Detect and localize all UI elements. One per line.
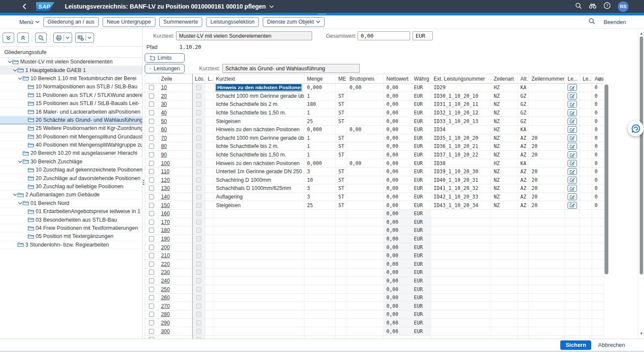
zeile-link[interactable]: 250	[161, 286, 170, 292]
row-select-checkbox[interactable]	[149, 245, 154, 250]
row-select-checkbox[interactable]	[149, 127, 154, 132]
zeile-link[interactable]: 50	[161, 118, 167, 124]
kurztext-gruppe-input[interactable]: Schächte als Grund- und Wahlausführung	[222, 64, 360, 73]
scroll-down-icon[interactable]: ▼	[638, 331, 644, 336]
column-header[interactable]: L...	[205, 74, 213, 83]
tree-item[interactable]: 20 Bereich 10.20 mit ausgelassener Hiera…	[0, 149, 142, 157]
zeile-link[interactable]: 190	[161, 236, 170, 242]
expander-icon[interactable]	[12, 69, 18, 72]
print-split-button[interactable]	[53, 33, 72, 43]
currency-input[interactable]: EUR	[413, 31, 433, 40]
table-personalization-gear-icon[interactable]	[597, 76, 603, 84]
column-header[interactable]: Ext. Leistungsnummer	[431, 74, 491, 83]
kurztext-cell-input[interactable]: Hinweis zu den nächsten Positonen	[216, 84, 301, 91]
tree-item[interactable]: 01 ErdarbeitenAngebotspreise teilweise i…	[0, 208, 142, 216]
tree-item[interactable]: 30 Zuschlag auf beliebige Positionen	[0, 183, 142, 191]
zeile-link[interactable]: 90	[161, 152, 167, 158]
cancel-button[interactable]: Abbrechen	[598, 342, 625, 348]
layout-split-button[interactable]	[75, 33, 94, 43]
long-text-edit-button[interactable]	[568, 109, 577, 116]
expander-icon[interactable]	[17, 160, 23, 163]
zeile-link[interactable]: 80	[161, 143, 167, 149]
binoculars-icon[interactable]	[589, 3, 596, 10]
row-select-checkbox[interactable]	[149, 270, 154, 275]
zeile-link[interactable]: 160	[161, 211, 170, 217]
row-select-checkbox[interactable]	[149, 152, 154, 157]
row-select-checkbox[interactable]	[149, 304, 154, 309]
tree-item[interactable]: 03 Besonderheiten aus STLB-Bau	[0, 216, 142, 224]
zeile-link[interactable]: 180	[161, 227, 170, 233]
row-select-checkbox[interactable]	[149, 329, 154, 334]
tree-item[interactable]: 11 Positionen aus STLK / STLKWund andere…	[0, 91, 142, 99]
zeile-link[interactable]: 70	[161, 135, 167, 141]
long-text-edit-button[interactable]	[568, 135, 577, 141]
help-icon[interactable]: ?	[604, 2, 611, 11]
select-all-header[interactable]	[145, 74, 158, 83]
long-text-edit-button[interactable]	[568, 84, 577, 91]
tree-item[interactable]: 05 Position mit Textergänzungen	[0, 232, 142, 241]
expander-icon[interactable]	[17, 77, 23, 80]
zeile-link[interactable]: 220	[161, 261, 170, 267]
expander-icon[interactable]	[7, 60, 12, 63]
row-select-checkbox[interactable]	[149, 295, 154, 300]
tree-item[interactable]: 10 Bereich 1.10 mit Textumbruchin der Be…	[0, 75, 142, 83]
row-select-checkbox[interactable]	[149, 312, 154, 317]
tree-item[interactable]: 15 Positionen aus STLB / StLB-Bauals Lei…	[0, 99, 142, 108]
column-header[interactable]: Nettowert	[384, 74, 411, 83]
tree-item[interactable]: 20 Schächte als Grund- und Wahlausführun…	[0, 116, 142, 124]
page-scrollbar-thumb[interactable]	[640, 36, 643, 274]
tree-item[interactable]: 10 Zuschlag auf gekennzeichnete Position…	[0, 166, 142, 174]
long-text-edit-button[interactable]	[568, 93, 577, 99]
row-select-checkbox[interactable]	[149, 169, 154, 174]
column-header[interactable]: Le...	[580, 74, 592, 83]
column-header[interactable]: Kurztext	[213, 74, 304, 83]
row-select-checkbox[interactable]	[149, 186, 154, 191]
row-select-checkbox[interactable]	[149, 211, 154, 216]
expander-icon[interactable]	[17, 202, 23, 205]
tree-item[interactable]: 40 Positionen mit MengensplitWahlgruppe …	[0, 141, 142, 149]
tree-item[interactable]: 30 Positionen mit Mengensplitund Grundau…	[0, 133, 142, 141]
zeile-link[interactable]: 30	[161, 101, 167, 107]
row-select-checkbox[interactable]	[149, 253, 154, 258]
zeile-link[interactable]: 170	[161, 219, 170, 225]
column-header[interactable]: Bruttopreis	[347, 74, 384, 83]
save-button[interactable]: Sichern	[560, 340, 591, 350]
column-header[interactable]: Währg	[411, 74, 431, 83]
back-icon[interactable]	[20, 2, 28, 11]
table-scrollbar-thumb[interactable]	[605, 84, 608, 274]
column-header[interactable]: Zeilennummer	[529, 74, 565, 83]
column-header[interactable]: Menge	[304, 74, 336, 83]
zeile-link[interactable]: 100	[161, 160, 170, 166]
long-text-edit-button[interactable]	[568, 177, 577, 184]
collapse-all-button[interactable]	[17, 33, 29, 43]
row-select-checkbox[interactable]	[149, 203, 154, 208]
zeile-link[interactable]: 280	[161, 311, 170, 317]
zeile-link[interactable]: 230	[161, 269, 170, 275]
neue-untergruppe-button[interactable]: Neue Untergruppe	[103, 17, 155, 27]
find-icon[interactable]	[589, 18, 595, 26]
leistungen-button[interactable]: Leistungen	[145, 64, 185, 73]
long-text-edit-button[interactable]	[568, 126, 577, 133]
column-header[interactable]: Lös...	[192, 74, 205, 83]
copilot-button[interactable]	[628, 120, 644, 136]
row-select-checkbox[interactable]	[149, 278, 154, 283]
zeile-link[interactable]: 40	[161, 110, 167, 116]
beenden-button[interactable]: Beenden	[604, 19, 626, 25]
tree-item[interactable]: 01 Bereich Nord	[0, 199, 142, 208]
table-scrollbar[interactable]	[604, 84, 609, 337]
zeile-link[interactable]: 200	[161, 244, 170, 250]
row-select-checkbox[interactable]	[149, 287, 154, 292]
column-header[interactable]: Alt.	[518, 74, 529, 83]
long-text-edit-button[interactable]	[568, 168, 577, 175]
row-select-checkbox[interactable]	[149, 178, 154, 183]
avatar[interactable]: RS	[618, 1, 629, 12]
kurztext-lv-input[interactable]: Muster-LV mit vielen Sonderelementen	[176, 31, 312, 40]
row-select-checkbox[interactable]	[149, 228, 154, 233]
row-select-checkbox[interactable]	[149, 320, 154, 325]
zeile-link[interactable]: 300	[161, 328, 170, 334]
long-text-edit-button[interactable]	[568, 151, 577, 158]
row-select-checkbox[interactable]	[149, 144, 154, 149]
long-text-edit-button[interactable]	[568, 185, 577, 192]
tree-item[interactable]: 25 Weitere Positionsarten mit Kgr-Zuordn…	[0, 124, 142, 132]
zeile-link[interactable]: 140	[161, 194, 170, 200]
